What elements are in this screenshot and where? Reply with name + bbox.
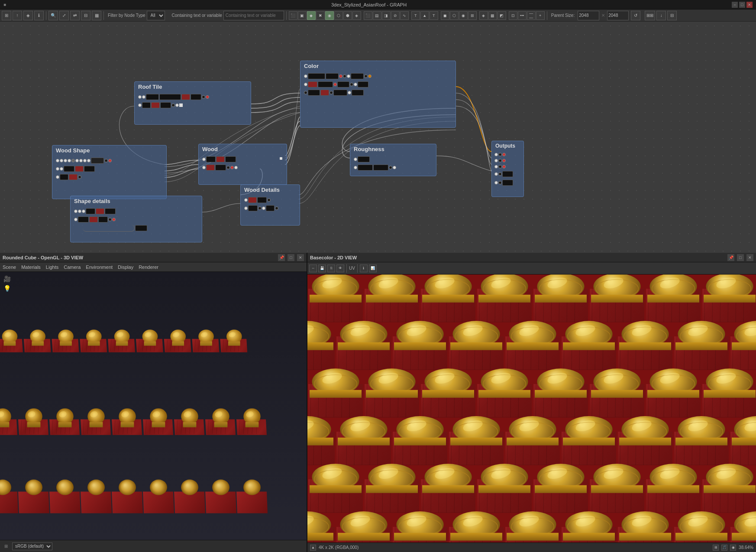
- filter-select[interactable]: All: [147, 11, 165, 20]
- node-group-roof-tile[interactable]: Roof Tile: [134, 81, 251, 125]
- toolbar-btn-link[interactable]: ⇄: [70, 11, 80, 20]
- node-block[interactable]: [78, 216, 89, 223]
- 2d-status-btn-1[interactable]: ⊞: [713, 545, 719, 551]
- 2d-btn-copy[interactable]: ⎘: [327, 265, 335, 272]
- node-block[interactable]: [160, 102, 171, 108]
- panel-3d-content[interactable]: 🎥 💡: [0, 272, 307, 540]
- tb-extra-2[interactable]: ↓: [656, 11, 666, 20]
- tb-icon-12[interactable]: ⊘: [391, 11, 400, 20]
- node-block[interactable]: [257, 197, 267, 203]
- panel-3d-close[interactable]: ✕: [297, 254, 304, 261]
- node-block[interactable]: [105, 208, 116, 214]
- node-block[interactable]: [320, 90, 329, 96]
- tb-icon-24[interactable]: ⊡: [509, 11, 517, 20]
- node-block[interactable]: [91, 158, 104, 164]
- 2d-status-icon-1[interactable]: ▲: [310, 545, 316, 551]
- node-block[interactable]: [351, 73, 364, 79]
- tb-icon-5[interactable]: ◉: [325, 11, 334, 20]
- node-block[interactable]: [159, 94, 181, 100]
- 2d-status-btn-3[interactable]: ◉: [730, 545, 736, 551]
- panel-3d-maximize[interactable]: □: [288, 254, 294, 261]
- node-block[interactable]: [308, 81, 317, 87]
- node-group-color[interactable]: Color: [300, 61, 456, 128]
- toolbar-btn-3[interactable]: ◈: [23, 11, 33, 20]
- tb-icon-3[interactable]: ◆: [307, 11, 316, 20]
- node-block[interactable]: [373, 165, 388, 171]
- node-block[interactable]: [215, 165, 226, 171]
- menu-camera[interactable]: Camera: [64, 265, 81, 270]
- node-block[interactable]: [86, 208, 95, 214]
- tb-icon-11[interactable]: ◨: [382, 11, 391, 20]
- node-block[interactable]: [84, 166, 95, 172]
- node-block[interactable]: [337, 81, 349, 87]
- node-block[interactable]: [206, 156, 216, 162]
- tb-icon-23[interactable]: ◩: [498, 11, 506, 20]
- menu-materials[interactable]: Materials: [21, 265, 41, 270]
- node-block[interactable]: [358, 165, 373, 171]
- node-block[interactable]: [60, 174, 68, 180]
- 2d-btn-save[interactable]: 💾: [318, 265, 326, 272]
- node-block[interactable]: [206, 165, 215, 171]
- node-block[interactable]: [151, 102, 160, 108]
- node-block[interactable]: [216, 156, 225, 162]
- toolbar-btn-2[interactable]: ↑: [13, 11, 22, 20]
- toolbar-btn-grid[interactable]: ⊟: [81, 11, 90, 20]
- node-block[interactable]: [326, 73, 339, 79]
- minimize-button[interactable]: −: [732, 2, 738, 8]
- node-block[interactable]: [308, 90, 320, 96]
- node-group-wood-details[interactable]: Wood Details: [240, 184, 300, 226]
- node-block[interactable]: [333, 90, 347, 96]
- 2d-btn-chart[interactable]: 📊: [369, 265, 377, 272]
- tb-icon-14[interactable]: T: [411, 11, 420, 20]
- graph-area[interactable]: Roof Tile Col: [0, 22, 756, 253]
- tb-icon-22[interactable]: ▩: [488, 11, 497, 20]
- node-group-wood[interactable]: Wood: [198, 144, 287, 185]
- node-group-shape-details[interactable]: Shape details: [70, 196, 202, 242]
- node-block[interactable]: [96, 208, 104, 214]
- node-block[interactable]: [248, 205, 258, 211]
- toolbar-btn-info[interactable]: ℹ: [34, 11, 44, 20]
- panel-2d-content[interactable]: [307, 274, 756, 542]
- menu-environment[interactable]: Environment: [86, 265, 113, 270]
- node-block[interactable]: [69, 174, 78, 180]
- menu-display[interactable]: Display: [118, 265, 133, 270]
- node-block[interactable]: [89, 216, 98, 223]
- node-block[interactable]: [146, 94, 159, 100]
- menu-lights[interactable]: Lights: [46, 265, 58, 270]
- node-block[interactable]: [358, 156, 370, 162]
- panel-2d-pin[interactable]: 📌: [727, 254, 734, 261]
- tb-icon-15[interactable]: ▲: [420, 11, 429, 20]
- node-block[interactable]: [181, 94, 190, 100]
- node-block[interactable]: [64, 166, 74, 172]
- tb-extra-1[interactable]: ⊞⊞: [645, 11, 655, 20]
- tb-icon-1[interactable]: ⬛: [289, 11, 297, 20]
- node-block[interactable]: [502, 180, 513, 186]
- tb-icon-18[interactable]: ⬡: [450, 11, 459, 20]
- node-block[interactable]: [98, 216, 108, 223]
- panel-2d-close[interactable]: ✕: [746, 254, 753, 261]
- 2d-btn-info[interactable]: ℹ: [360, 265, 368, 272]
- node-block[interactable]: [135, 225, 147, 231]
- node-block[interactable]: [358, 81, 368, 87]
- tb-icon-9[interactable]: ⬛: [364, 11, 372, 20]
- node-block[interactable]: [191, 94, 201, 100]
- toolbar-btn-box[interactable]: ▦: [92, 11, 101, 20]
- panel-2d-maximize[interactable]: □: [737, 254, 744, 261]
- tb-icon-13[interactable]: ∿: [400, 11, 409, 20]
- tb-extra-3[interactable]: ⊟: [667, 11, 677, 20]
- tb-icon-10[interactable]: ▤: [373, 11, 381, 20]
- node-block[interactable]: [308, 73, 325, 79]
- node-block[interactable]: [318, 81, 333, 87]
- toolbar-btn-1[interactable]: ⊞: [2, 11, 11, 20]
- tb-icon-8[interactable]: ◈: [352, 11, 361, 20]
- tb-icon-4[interactable]: ✖: [316, 11, 325, 20]
- tb-icon-16[interactable]: T: [430, 11, 438, 20]
- 2d-status-btn-2[interactable]: 🎵: [721, 545, 727, 551]
- node-group-outputs[interactable]: Outputs: [491, 141, 524, 197]
- tb-icon-27[interactable]: +: [536, 11, 545, 20]
- 2d-btn-move[interactable]: ↔: [309, 265, 317, 272]
- parent-size-input-1[interactable]: [578, 11, 599, 20]
- 2d-btn-eye[interactable]: 👁: [336, 265, 344, 272]
- tb-icon-20[interactable]: ⊞: [468, 11, 477, 20]
- close-button[interactable]: ✕: [746, 2, 753, 8]
